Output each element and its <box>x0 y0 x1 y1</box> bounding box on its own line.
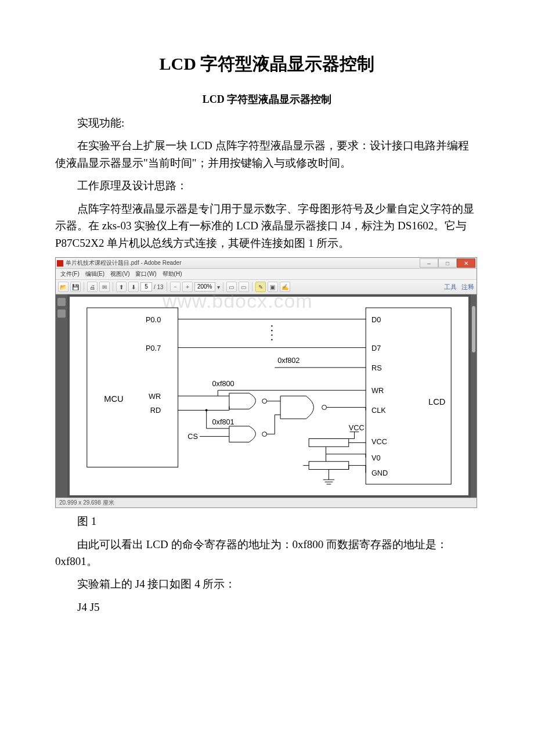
label-d0: D0 <box>371 315 381 324</box>
print-icon[interactable]: 🖨 <box>87 282 98 292</box>
note-icon[interactable]: ✎ <box>255 282 266 292</box>
menu-view[interactable]: 视图(V) <box>109 270 131 278</box>
svg-rect-31 <box>309 439 349 447</box>
figure1-caption: 图 1 <box>55 513 479 530</box>
paragraph-j4: 实验箱上的 J4 接口如图 4 所示： <box>55 575 479 592</box>
label-addr-f802: 0xf802 <box>277 356 300 365</box>
label-rs: RS <box>371 363 382 372</box>
label-vcc: VCC <box>371 437 387 446</box>
sidebar-thumbnails-icon[interactable] <box>57 298 66 306</box>
label-mcu: MCU <box>104 394 123 404</box>
scrollbar[interactable] <box>471 294 477 498</box>
close-button[interactable]: ✕ <box>457 258 475 268</box>
label-addr-f801: 0xf801 <box>212 417 234 426</box>
menubar: 文件(F) 编辑(E) 视图(V) 窗口(W) 帮助(H) <box>56 269 477 280</box>
adobe-reader-window: 单片机技术课程设计题目.pdf - Adobe Reader – □ ✕ 文件(… <box>55 257 477 508</box>
page-title: LCD 字符型液晶显示器控制 <box>55 52 479 76</box>
menu-help[interactable]: 帮助(H) <box>161 270 183 278</box>
label-rd: RD <box>150 406 161 415</box>
label-j4j5: J4 J5 <box>55 599 479 615</box>
titlebar: 单片机技术课程设计题目.pdf - Adobe Reader – □ ✕ <box>56 258 477 269</box>
menu-window[interactable]: 窗口(W) <box>134 270 157 278</box>
svg-point-4 <box>271 325 272 326</box>
pdf-icon <box>57 260 63 267</box>
svg-rect-0 <box>87 308 178 467</box>
svg-point-5 <box>271 330 272 331</box>
toolbar: 📂 💾 🖨 ✉ ⬆ ⬇ 5 / 13 － ＋ 200% ▾ ▭ ▭ ✎ <box>56 280 477 294</box>
maximize-button[interactable]: □ <box>438 258 457 268</box>
link-tools[interactable]: 工具 <box>444 283 457 291</box>
svg-point-27 <box>205 409 208 412</box>
paragraph-conclusion: 由此可以看出 LCD 的命令寄存器的地址为：0xf800 而数据寄存器的地址是：… <box>55 536 479 570</box>
label-wr: WR <box>149 392 161 401</box>
window-caption: 单片机技术课程设计题目.pdf - Adobe Reader <box>66 259 182 267</box>
open-icon[interactable]: 📂 <box>58 282 68 292</box>
label-clk: CLK <box>371 406 386 415</box>
sidebar-bookmarks-icon[interactable] <box>57 309 66 318</box>
svg-point-7 <box>271 339 272 340</box>
label-vcc-top: VCC <box>349 423 365 432</box>
zoom-out-icon[interactable]: － <box>170 282 181 292</box>
sign-icon[interactable]: ✍ <box>280 282 290 292</box>
label-gnd: GND <box>371 469 388 477</box>
tool-icon-b[interactable]: ▭ <box>239 282 249 292</box>
svg-point-17 <box>322 405 327 410</box>
label-addr-f800: 0xf800 <box>212 379 234 388</box>
paragraph-function: 在实验平台上扩展一块 LCD 点阵字符型液晶显示器，要求：设计接口电路并编程使液… <box>55 137 479 171</box>
svg-point-6 <box>271 334 272 336</box>
zoom-input[interactable]: 200% <box>194 282 215 291</box>
page-subtitle: LCD 字符型液晶显示器控制 <box>55 92 479 106</box>
page-total: / 13 <box>154 284 164 290</box>
save-icon[interactable]: 💾 <box>70 282 81 292</box>
heading-principle: 工作原理及设计思路： <box>55 177 479 194</box>
menu-edit[interactable]: 编辑(E) <box>84 270 106 278</box>
page-number-input[interactable]: 5 <box>140 282 152 291</box>
label-p00: P0.0 <box>146 315 161 324</box>
label-p07: P0.7 <box>146 344 161 352</box>
label-lcd: LCD <box>428 397 445 406</box>
menu-file[interactable]: 文件(F) <box>59 270 81 278</box>
mail-icon[interactable]: ✉ <box>99 282 110 292</box>
svg-point-12 <box>262 399 267 404</box>
page-up-icon[interactable]: ⬆ <box>116 282 127 292</box>
zoom-in-icon[interactable]: ＋ <box>182 282 193 292</box>
heading-function: 实现功能: <box>55 114 479 131</box>
label-cs: CS <box>187 432 198 441</box>
circuit-diagram: MCU P0.0 P0.7 WR RD LCD D0 D7 RS WR CLK … <box>81 300 457 492</box>
page-down-icon[interactable]: ⬇ <box>128 282 139 292</box>
label-v0: V0 <box>371 453 381 462</box>
svg-point-21 <box>262 432 267 437</box>
svg-rect-32 <box>309 462 349 470</box>
link-comments[interactable]: 注释 <box>461 283 474 291</box>
label-d7: D7 <box>371 344 381 352</box>
minimize-button[interactable]: – <box>420 258 438 268</box>
label-wr-right: WR <box>371 386 384 395</box>
sidebar <box>56 294 67 498</box>
statusbar: 20.999 x 29.698 厘米 <box>56 498 477 507</box>
tool-icon-a[interactable]: ▭ <box>226 282 237 292</box>
scroll-thumb[interactable] <box>472 306 475 352</box>
pdf-page: www.bdocx.com MCU P0.0 P0.7 WR RD LCD D0 <box>70 297 468 495</box>
paragraph-principle: 点阵字符型液晶显示器是专门用于显示数字、字母图形符号及少量自定义字符的显示器。在… <box>55 200 479 251</box>
highlight-icon[interactable]: ▣ <box>268 282 278 292</box>
